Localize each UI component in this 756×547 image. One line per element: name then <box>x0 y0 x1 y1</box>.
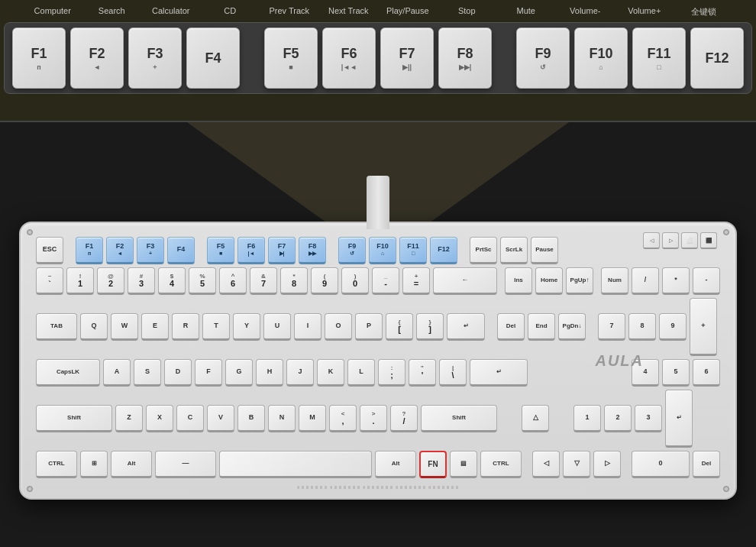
media-key-3[interactable]: ⬜ <box>681 232 698 249</box>
key-w[interactable]: W <box>111 313 138 341</box>
key-num3[interactable]: 3 <box>635 405 662 432</box>
key-numenter[interactable]: ↵ <box>665 390 693 448</box>
key-num5[interactable]: 5 <box>662 359 690 387</box>
key-f12[interactable]: F12 <box>430 237 457 264</box>
key-scrlk[interactable]: ScrLk <box>500 237 528 264</box>
key-numdel[interactable]: Del <box>693 451 720 478</box>
key-6[interactable]: ^6 <box>219 267 247 295</box>
key-space[interactable] <box>219 451 372 478</box>
key-downarrow[interactable]: ▽ <box>563 451 590 478</box>
key-4[interactable]: $4 <box>158 267 186 295</box>
key-f7[interactable]: F7▶| <box>268 237 296 264</box>
key-rctrl[interactable]: CTRL <box>480 451 522 478</box>
key-f5[interactable]: F5■ <box>207 237 234 264</box>
key-numminus[interactable]: - <box>693 267 720 295</box>
key-prtsc[interactable]: PrtSc <box>470 237 497 264</box>
key-rshift[interactable]: Shift <box>421 405 497 432</box>
key-rbracket[interactable]: }] <box>416 313 444 341</box>
key-f[interactable]: F <box>195 359 222 387</box>
key-comma[interactable]: <, <box>329 405 357 432</box>
key-num1[interactable]: 1 <box>573 405 601 432</box>
key-backspace[interactable]: ← <box>433 267 497 295</box>
key-slash[interactable]: ?/ <box>390 405 418 432</box>
key-0[interactable]: )0 <box>341 267 369 295</box>
key-enter[interactable]: ↵ <box>470 359 528 387</box>
key-y[interactable]: Y <box>233 313 260 341</box>
key-equals[interactable]: += <box>402 267 430 295</box>
key-backslash[interactable]: |\ <box>439 359 467 387</box>
key-v[interactable]: V <box>207 405 234 432</box>
key-ralt[interactable]: Alt <box>375 451 416 478</box>
key-n[interactable]: N <box>268 405 296 432</box>
key-t[interactable]: T <box>202 313 230 341</box>
key-s[interactable]: S <box>134 359 161 387</box>
key-q[interactable]: Q <box>80 313 108 341</box>
key-7[interactable]: &7 <box>250 267 277 295</box>
key-u[interactable]: U <box>263 313 291 341</box>
key-d[interactable]: D <box>164 359 192 387</box>
key-f10[interactable]: F10⌂ <box>369 237 396 264</box>
key-o[interactable]: O <box>325 313 352 341</box>
key-9[interactable]: (9 <box>311 267 338 295</box>
key-num0[interactable]: 0 <box>632 451 690 478</box>
media-key-2[interactable]: ▷ <box>662 232 679 249</box>
key-f6[interactable]: F6|◄ <box>237 237 265 264</box>
key-esc[interactable]: ESC <box>36 237 63 264</box>
key-del[interactable]: Del <box>497 313 525 341</box>
key-p[interactable]: P <box>355 313 383 341</box>
key-g[interactable]: G <box>225 359 253 387</box>
key-2[interactable]: @2 <box>97 267 124 295</box>
key-rightarrow[interactable]: ▷ <box>593 451 621 478</box>
key-tab[interactable]: TAB <box>36 313 77 341</box>
key-end[interactable]: End <box>528 313 555 341</box>
key-b[interactable]: B <box>237 405 265 432</box>
key-f1[interactable]: F1п <box>76 237 103 264</box>
key-k[interactable]: K <box>317 359 344 387</box>
key-j[interactable]: J <box>286 359 314 387</box>
key-1[interactable]: !1 <box>66 267 94 295</box>
key-pgdn[interactable]: PgDn↓ <box>558 313 586 341</box>
key-f9[interactable]: F9↺ <box>338 237 366 264</box>
key-period[interactable]: >. <box>360 405 387 432</box>
key-ins[interactable]: Ins <box>505 267 532 295</box>
key-enter-top[interactable]: ↵ <box>447 313 485 341</box>
key-e[interactable]: E <box>141 313 169 341</box>
key-m[interactable]: M <box>299 405 326 432</box>
key-f8[interactable]: F8▶▶ <box>299 237 326 264</box>
key-tilde[interactable]: ~` <box>36 267 63 295</box>
key-8[interactable]: *8 <box>280 267 308 295</box>
key-a[interactable]: A <box>103 359 131 387</box>
key-numslash[interactable]: / <box>632 267 659 295</box>
key-pause[interactable]: Pause <box>531 237 558 264</box>
key-menu[interactable]: ▤ <box>450 451 477 478</box>
key-quote[interactable]: "' <box>409 359 436 387</box>
key-semicolon[interactable]: :; <box>378 359 405 387</box>
key-capslock[interactable]: CapsLK <box>36 359 100 387</box>
key-r[interactable]: R <box>172 313 199 341</box>
key-num8[interactable]: 8 <box>628 313 656 341</box>
key-5[interactable]: %5 <box>189 267 216 295</box>
key-numlock[interactable]: Num <box>601 267 628 295</box>
key-l[interactable]: L <box>347 359 375 387</box>
key-minus[interactable]: _- <box>372 267 399 295</box>
key-f2[interactable]: F2◄ <box>106 237 134 264</box>
key-uparrow[interactable]: △ <box>522 405 549 432</box>
key-lshift[interactable]: Shift <box>36 405 112 432</box>
key-z[interactable]: Z <box>115 405 143 432</box>
key-lbracket[interactable]: {[ <box>386 313 413 341</box>
key-num6[interactable]: 6 <box>693 359 720 387</box>
key-h[interactable]: H <box>256 359 283 387</box>
key-f11[interactable]: F11□ <box>399 237 427 264</box>
key-num7[interactable]: 7 <box>598 313 625 341</box>
key-num2[interactable]: 2 <box>604 405 632 432</box>
media-key-4[interactable]: ⬛ <box>700 232 717 249</box>
key-c[interactable]: C <box>176 405 204 432</box>
key-home[interactable]: Home <box>535 267 563 295</box>
key-lalt[interactable]: Alt <box>111 451 152 478</box>
key-fn[interactable]: FN <box>419 451 447 478</box>
key-lctrl[interactable]: CTRL <box>36 451 77 478</box>
key-leftarrow[interactable]: ◁ <box>532 451 560 478</box>
key-num9[interactable]: 9 <box>659 313 687 341</box>
key-lwin[interactable]: ⊞ <box>80 451 108 478</box>
key-numplus[interactable]: + <box>690 298 717 356</box>
